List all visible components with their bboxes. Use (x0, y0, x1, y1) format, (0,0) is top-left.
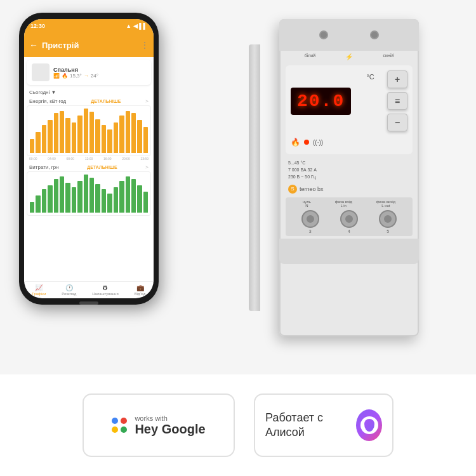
cost-bar-4 (54, 179, 58, 213)
minus-button[interactable]: − (387, 114, 407, 131)
terminal-num-5: 5 (387, 229, 389, 234)
graphs-icon: 📈 (35, 284, 43, 291)
nav-schedule[interactable]: 🕐 Розклад (62, 284, 76, 296)
energy-arrow: > (145, 98, 149, 104)
device-card[interactable]: Спальня 📶 🔥 15,3° → 24° (27, 60, 151, 85)
energy-chart-section: Енергія, кВт·год ДЕТАЛЬНІШЕ > 00:00 04:0… (27, 97, 151, 161)
phone-wrapper: 12:30 ▲ ◀ ▌▌ ← Пристрій ⋮ Спальня (19, 13, 165, 317)
costs-more[interactable]: ДЕТАЛЬНІШЕ (87, 165, 117, 169)
wifi-signal-icon: ((·)) (313, 139, 323, 146)
energy-bar-0 (30, 139, 34, 153)
thermostat-bottom (279, 239, 419, 264)
energy-more[interactable]: ДЕТАЛЬНІШЕ (91, 99, 121, 103)
terminal-labels: нульN фаза вхідL in фаза вихідL out (291, 200, 407, 208)
energy-chart-header: Енергія, кВт·год ДЕТАЛЬНІШЕ > (27, 97, 151, 105)
terminal-lout-label: фаза вихідL out (376, 200, 395, 208)
energy-bar-12 (102, 125, 106, 153)
device-name: Спальня (53, 67, 146, 73)
plus-button[interactable]: + (387, 70, 407, 88)
energy-bar-19 (143, 127, 148, 153)
energy-bar-18 (137, 120, 142, 153)
today-section[interactable]: Сьогодні ▼ (24, 88, 154, 97)
status-bar: 12:30 ▲ ◀ ▌▌ (24, 19, 154, 33)
energy-title: Енергія, кВт·год (29, 98, 66, 104)
specs-section: 5...45 °C 7 000 ВА 32 А 230 В ~ 50 Гц (279, 157, 419, 183)
energy-bar-6 (65, 118, 70, 153)
hey-google-label: Hey Google (135, 422, 205, 437)
settings-icon: ⚙ (102, 284, 108, 291)
home-button[interactable] (79, 301, 98, 305)
brand-name: terneo bx (300, 186, 324, 192)
spec-power: 7 000 ВА 32 А (288, 166, 410, 173)
terminal-3 (301, 210, 319, 228)
device-info: Спальня 📶 🔥 15,3° → 24° (53, 67, 146, 79)
thermostat-body: білий ⚡ синій 20.0 °C + (279, 19, 419, 336)
cost-bar-15 (119, 181, 124, 213)
energy-bar-14 (114, 122, 118, 153)
terminal-lin-label: фаза вхідL in (335, 200, 352, 208)
energy-bar-5 (60, 111, 64, 153)
google-dot-3 (121, 426, 127, 433)
terminal-numbers: 3 4 5 (291, 229, 407, 234)
menu-icon[interactable]: ⋮ (141, 41, 149, 50)
schedule-icon: 🕐 (65, 284, 73, 291)
away-icon: 💼 (136, 284, 144, 291)
cost-bar-6 (65, 183, 70, 213)
terminal-num-3: 3 (309, 229, 312, 234)
back-button[interactable]: ← (29, 40, 38, 50)
cost-bar-14 (114, 187, 118, 213)
spec-temp-range: 5...45 °C (288, 159, 410, 166)
spec-voltage: 230 В ~ 50 Гц (288, 173, 410, 180)
temp-current: 15,3° (70, 73, 82, 79)
din-rail (249, 44, 260, 311)
google-dot-1 (121, 418, 127, 424)
cost-bar-13 (107, 194, 112, 213)
cost-bar-9 (84, 175, 88, 213)
cost-bar-1 (36, 195, 40, 213)
cost-bar-12 (102, 189, 106, 213)
heating-icon: 🔥 (291, 138, 300, 147)
today-label: Сьогодні ▼ (29, 89, 56, 95)
alice-inner-icon (360, 416, 378, 434)
side-buttons: + ≡ − (387, 70, 407, 131)
energy-bar-13 (107, 129, 112, 153)
schedule-label: Розклад (62, 292, 76, 296)
status-row: 🔥 ((·)) (291, 135, 407, 149)
nav-settings[interactable]: ⚙ Налаштування (92, 284, 118, 296)
mounting-hole-left (319, 30, 328, 39)
energy-bar-8 (77, 116, 82, 153)
mounting-hole-right (370, 30, 379, 39)
alice-badge: Работает с Алисой (254, 393, 393, 457)
celsius-unit: °C (366, 73, 374, 81)
bottom-nav: 📈 Графіки 🕐 Розклад ⚙ Налаштування � (24, 281, 154, 298)
nav-away[interactable]: 💼 Від'їзд (135, 284, 146, 296)
app-header: ← Пристрій ⋮ (24, 33, 154, 57)
phone-body: 12:30 ▲ ◀ ▌▌ ← Пристрій ⋮ Спальня (19, 13, 159, 305)
costs-chart-section: Витрати, грн ДЕТАЛЬНІШЕ > (27, 163, 151, 216)
heat-icon-small: 🔥 (62, 73, 68, 79)
cost-bar-8 (77, 181, 82, 213)
chart-x-labels: 00:00 04:00 08:00 12:00 16:00 20:00 23:5… (27, 156, 151, 161)
cost-bar-5 (60, 176, 64, 213)
phone-screen: 12:30 ▲ ◀ ▌▌ ← Пристрій ⋮ Спальня (24, 19, 154, 298)
nav-graphs[interactable]: 📈 Графіки (32, 284, 46, 296)
device-status: 📶 🔥 15,3° → 24° (53, 73, 146, 79)
app-title: Пристрій (42, 41, 137, 50)
google-dots (112, 418, 127, 433)
energy-bar-7 (72, 122, 76, 153)
alice-icon (356, 409, 382, 441)
cost-bar-7 (72, 187, 76, 213)
energy-bar-17 (131, 113, 136, 153)
thermostat-top (279, 19, 419, 51)
brand-row: S terneo bx (279, 183, 419, 195)
terminals-section: нульN фаза вхідL in фаза вихідL out 3 4 … (286, 197, 413, 236)
terminals-row (291, 210, 407, 228)
alice-text: Работает с Алисой (265, 411, 347, 440)
energy-bar-2 (42, 125, 46, 153)
blue-label: синій (383, 53, 394, 60)
status-led (304, 140, 309, 145)
energy-bar-1 (36, 132, 40, 153)
menu-button[interactable]: ≡ (387, 92, 407, 110)
wire-labels-row: білий ⚡ синій (279, 51, 419, 63)
terminal-num-4: 4 (348, 229, 350, 234)
